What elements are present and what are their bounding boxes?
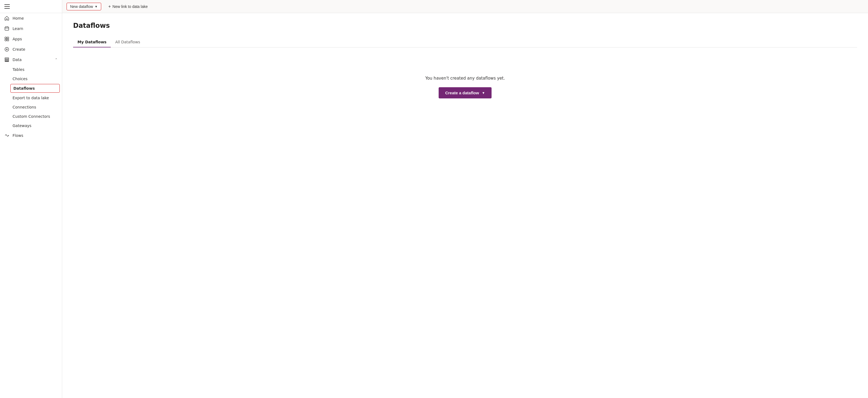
sidebar-subitem-choices-label: Choices — [12, 76, 28, 81]
sidebar-subitem-dataflows-label: Dataflows — [13, 86, 35, 91]
sidebar-subitem-choices[interactable]: Choices — [0, 74, 62, 84]
sidebar-header — [0, 0, 62, 13]
main-area: New dataflow ▼ + New link to data lake D… — [62, 0, 868, 398]
svg-rect-3 — [5, 39, 6, 41]
learn-icon — [4, 26, 9, 31]
svg-rect-1 — [5, 37, 6, 39]
flows-icon — [4, 133, 9, 138]
data-icon — [4, 57, 9, 62]
sidebar-subitem-gateways[interactable]: Gateways — [0, 121, 62, 130]
svg-rect-2 — [7, 37, 9, 39]
create-dataflow-button[interactable]: Create a dataflow ▼ — [439, 87, 492, 98]
sidebar-item-flows[interactable]: Flows — [0, 130, 62, 141]
sidebar-subitem-connections-label: Connections — [12, 105, 36, 109]
empty-state: You haven't created any dataflows yet. C… — [73, 54, 857, 120]
sidebar-item-create[interactable]: Create — [0, 44, 62, 55]
toolbar: New dataflow ▼ + New link to data lake — [62, 0, 868, 13]
tab-all-dataflows[interactable]: All Dataflows — [111, 37, 144, 47]
chevron-up-icon: ⌃ — [55, 58, 58, 62]
sidebar-item-home-label: Home — [12, 16, 58, 21]
create-dataflow-label: Create a dataflow — [445, 91, 479, 95]
sidebar-item-apps-label: Apps — [12, 37, 58, 41]
dropdown-chevron-icon: ▼ — [95, 5, 98, 8]
new-link-label: New link to data lake — [113, 4, 148, 9]
sidebar-subitem-dataflows[interactable]: Dataflows — [10, 84, 60, 93]
content-area: Dataflows My Dataflows All Dataflows You… — [62, 13, 868, 398]
svg-point-9 — [8, 135, 9, 136]
home-icon — [4, 16, 9, 21]
sidebar-subitem-custom-connectors-label: Custom Connectors — [12, 114, 50, 119]
create-icon — [4, 47, 9, 52]
sidebar-item-flows-label: Flows — [12, 133, 58, 138]
sidebar-subitem-custom-connectors[interactable]: Custom Connectors — [0, 112, 62, 121]
sidebar-subitem-export-to-data-lake-label: Export to data lake — [12, 96, 49, 100]
new-dataflow-label: New dataflow — [70, 4, 93, 9]
create-dataflow-chevron-icon: ▼ — [482, 91, 485, 95]
sidebar-item-data-label: Data — [12, 58, 52, 62]
page-title: Dataflows — [73, 22, 857, 29]
sidebar-item-create-label: Create — [12, 47, 58, 52]
sidebar-subitem-tables-label: Tables — [12, 67, 25, 72]
tab-my-dataflows[interactable]: My Dataflows — [73, 37, 111, 47]
sidebar-subitem-tables[interactable]: Tables — [0, 65, 62, 74]
sidebar-subitem-connections[interactable]: Connections — [0, 102, 62, 112]
svg-rect-7 — [5, 59, 9, 61]
hamburger-menu-icon[interactable] — [4, 4, 10, 9]
svg-rect-6 — [5, 58, 9, 59]
empty-state-message: You haven't created any dataflows yet. — [425, 76, 505, 81]
svg-rect-8 — [5, 61, 9, 62]
sidebar-subitem-export-to-data-lake[interactable]: Export to data lake — [0, 93, 62, 102]
sidebar: Home Learn Apps — [0, 0, 62, 398]
new-dataflow-button[interactable]: New dataflow ▼ — [67, 3, 101, 10]
sidebar-item-apps[interactable]: Apps — [0, 34, 62, 44]
sidebar-item-learn-label: Learn — [12, 27, 58, 31]
svg-rect-4 — [7, 39, 9, 41]
apps-icon — [4, 36, 9, 41]
svg-rect-0 — [5, 27, 9, 30]
new-link-to-data-lake-button[interactable]: + New link to data lake — [105, 3, 151, 10]
sidebar-item-learn[interactable]: Learn — [0, 24, 62, 34]
sidebar-item-data[interactable]: Data ⌃ — [0, 55, 62, 65]
plus-icon: + — [108, 4, 111, 9]
sidebar-item-home[interactable]: Home — [0, 13, 62, 24]
sidebar-subitem-gateways-label: Gateways — [12, 124, 31, 128]
tabs-bar: My Dataflows All Dataflows — [73, 37, 857, 47]
